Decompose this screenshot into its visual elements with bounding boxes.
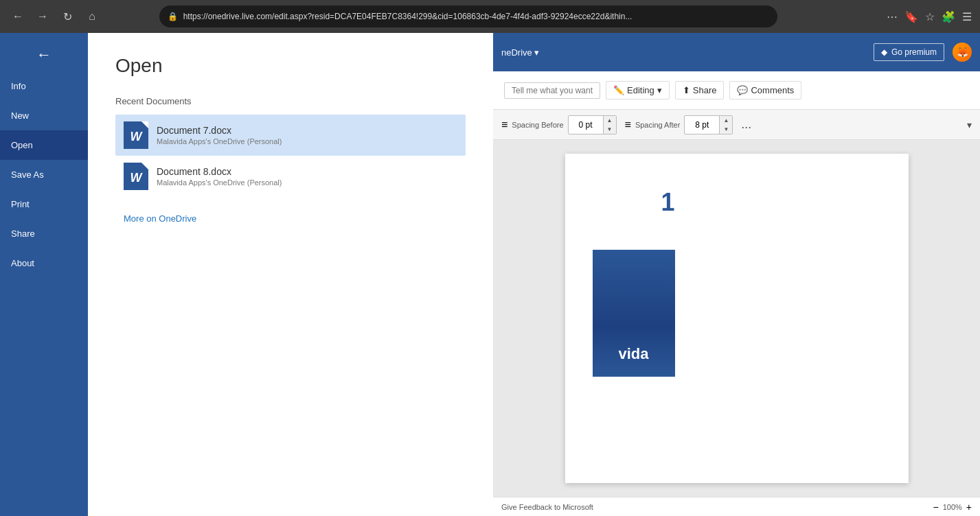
extensions-icon[interactable]: 🧩 xyxy=(942,10,955,23)
back-arrow-icon: ← xyxy=(36,46,52,64)
feedback-text[interactable]: Give Feedback to Microsoft xyxy=(501,503,593,511)
spacing-after-up[interactable]: ▲ xyxy=(720,116,732,125)
sidebar-item-about[interactable]: About xyxy=(0,248,88,278)
doc-name-1: Document 7.docx xyxy=(157,125,282,136)
spacing-before-value[interactable] xyxy=(569,118,603,132)
toolbar-collapse-button[interactable]: ▾ xyxy=(967,119,972,130)
word-top-bar: neDrive ▾ ◆ Go premium 🦊 xyxy=(493,33,980,71)
app-container: ← Info New Open Save As Print Share Abou… xyxy=(0,33,980,516)
word-action-toolbar: ✏️ Editing ▾ ⬆ Share 💬 Comments xyxy=(493,71,980,110)
spacing-after-icon: ≡ xyxy=(625,119,631,131)
sidebar-item-open[interactable]: Open xyxy=(0,130,88,160)
sidebar-back-button[interactable]: ← xyxy=(0,38,88,71)
doc-image-number: 1 xyxy=(661,188,902,217)
spacing-before-label: Spacing Before xyxy=(512,121,563,129)
url-text: https://onedrive.live.com/edit.aspx?resi… xyxy=(183,12,769,21)
spacing-before-arrows: ▲ ▼ xyxy=(603,116,616,134)
browser-toolbar-right: ⋯ 🔖 ☆ 🧩 ☰ xyxy=(887,10,972,23)
recent-docs-label: Recent Documents xyxy=(115,96,466,106)
document-item-1[interactable]: W Document 7.docx Malavida Apps's OneDri… xyxy=(115,115,466,156)
spacing-after-input[interactable]: ▲ ▼ xyxy=(684,115,733,134)
spacing-after-group: ≡ Spacing After ▲ ▼ xyxy=(625,115,733,134)
word-letter-icon: W xyxy=(130,130,142,144)
sidebar-item-print[interactable]: Print xyxy=(0,189,88,219)
doc-info-1: Document 7.docx Malavida Apps's OneDrive… xyxy=(157,125,282,145)
share-icon: ⬆ xyxy=(683,85,690,95)
document-area: vida 1 xyxy=(493,140,980,497)
diamond-icon: ◆ xyxy=(881,47,887,57)
doc-name-2: Document 8.docx xyxy=(157,166,282,177)
spacing-before-up[interactable]: ▲ xyxy=(604,116,616,125)
onedrive-label[interactable]: neDrive ▾ xyxy=(501,47,539,58)
sidebar-item-save-as[interactable]: Save As xyxy=(0,160,88,189)
editor-panel: neDrive ▾ ◆ Go premium 🦊 ✏️ Editing ▾ ⬆ xyxy=(493,33,980,516)
spacing-after-label: Spacing After xyxy=(635,121,680,129)
panel-title: Open xyxy=(115,55,466,77)
doc-location-1: Malavida Apps's OneDrive (Personal) xyxy=(157,137,282,145)
pencil-icon: ✏️ xyxy=(613,85,624,95)
top-bar-right: ◆ Go premium 🦊 xyxy=(874,43,972,62)
doc-brand-text: vida xyxy=(618,345,648,363)
spacing-before-icon: ≡ xyxy=(501,119,508,131)
editing-dropdown-icon: ▾ xyxy=(657,85,662,95)
spacing-after-down[interactable]: ▼ xyxy=(720,125,732,134)
comments-label: Comments xyxy=(751,85,794,95)
document-item-2[interactable]: W Document 8.docx Malavida Apps's OneDri… xyxy=(115,156,466,197)
document-page: vida 1 xyxy=(565,154,909,483)
editing-button[interactable]: ✏️ Editing ▾ xyxy=(606,81,670,99)
bookmark-icon[interactable]: ☆ xyxy=(925,10,935,23)
share-button[interactable]: ⬆ Share xyxy=(675,81,725,99)
more-onedrive-link[interactable]: More on OneDrive xyxy=(115,208,466,229)
more-options-button[interactable]: ... xyxy=(741,117,751,132)
word-doc-icon-1: W xyxy=(124,121,148,149)
word-letter-icon-2: W xyxy=(130,171,142,185)
comments-button[interactable]: 💬 Comments xyxy=(729,81,801,99)
more-options-icon[interactable]: ⋯ xyxy=(887,10,898,23)
zoom-controls: − 100% + xyxy=(933,502,972,513)
go-premium-button[interactable]: ◆ Go premium xyxy=(874,43,944,61)
doc-image: vida xyxy=(593,250,675,377)
go-premium-label: Go premium xyxy=(891,47,937,57)
menu-icon[interactable]: ☰ xyxy=(962,10,972,23)
spacing-before-input[interactable]: ▲ ▼ xyxy=(568,115,617,134)
forward-button[interactable]: → xyxy=(33,7,52,26)
spacing-after-arrows: ▲ ▼ xyxy=(719,116,732,134)
tell-me-input[interactable] xyxy=(504,82,600,99)
firefox-account-icon[interactable]: 🦊 xyxy=(953,43,972,62)
open-panel: Open Recent Documents W Document 7.docx … xyxy=(88,33,493,516)
pocket-icon[interactable]: 🔖 xyxy=(904,10,918,23)
back-button[interactable]: ← xyxy=(8,7,27,26)
file-sidebar: ← Info New Open Save As Print Share Abou… xyxy=(0,33,88,516)
doc-info-2: Document 8.docx Malavida Apps's OneDrive… xyxy=(157,166,282,187)
sidebar-item-info[interactable]: Info xyxy=(0,71,88,101)
zoom-plus-button[interactable]: + xyxy=(966,502,972,513)
address-bar[interactable]: 🔒 https://onedrive.live.com/edit.aspx?re… xyxy=(159,5,777,27)
security-icon: 🔒 xyxy=(168,12,178,21)
editing-label: Editing xyxy=(627,85,654,95)
home-button[interactable]: ⌂ xyxy=(82,7,102,26)
doc-location-2: Malavida Apps's OneDrive (Personal) xyxy=(157,178,282,187)
sidebar-item-share[interactable]: Share xyxy=(0,219,88,248)
browser-chrome: ← → ↻ ⌂ 🔒 https://onedrive.live.com/edit… xyxy=(0,0,980,33)
refresh-button[interactable]: ↻ xyxy=(58,7,77,26)
fox-glyph: 🦊 xyxy=(957,47,968,58)
share-label: Share xyxy=(693,85,717,95)
comments-icon: 💬 xyxy=(737,85,748,95)
spacing-before-down[interactable]: ▼ xyxy=(604,125,616,134)
word-bottom-bar: Give Feedback to Microsoft − 100% + xyxy=(493,497,980,516)
spacing-before-group: ≡ Spacing Before ▲ ▼ xyxy=(501,115,617,134)
word-doc-icon-2: W xyxy=(124,163,148,190)
doc-content: vida 1 xyxy=(593,181,881,387)
spacing-after-value[interactable] xyxy=(685,118,719,132)
sidebar-item-new[interactable]: New xyxy=(0,101,88,130)
zoom-minus-button[interactable]: − xyxy=(933,502,938,513)
zoom-level: 100% xyxy=(943,503,962,511)
spacing-toolbar: ≡ Spacing Before ▲ ▼ ≡ Spacing After xyxy=(493,110,980,140)
